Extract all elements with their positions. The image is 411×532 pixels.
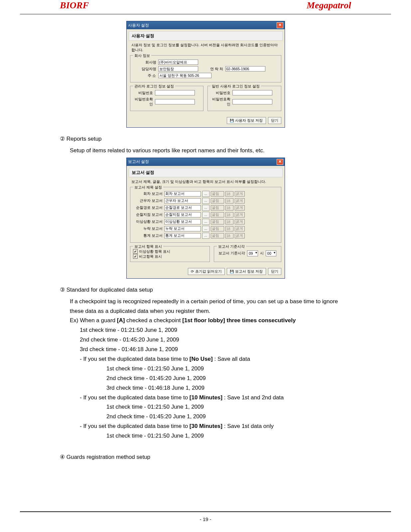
close-button[interactable]: 닫기 <box>268 268 281 275</box>
phone-input[interactable] <box>225 66 265 71</box>
time-group-title: 보고서 기준시각 <box>217 244 246 249</box>
save-user-button[interactable]: 사용자 정보 저장 <box>227 117 266 124</box>
dialog1-subtitle: 사용자 설정 <box>129 31 283 41</box>
weight-input <box>235 233 245 238</box>
report-name-input[interactable] <box>164 226 201 231</box>
report-name-input[interactable] <box>164 219 201 224</box>
admin-group-title: 관리자 로그인 정보 설정 <box>133 84 175 89</box>
browse-icon[interactable]: … <box>202 205 209 211</box>
user-pw-input[interactable] <box>232 90 272 95</box>
dialog2-desc: 보고서 제목, 글꼴, 크기 및 이상상황과 비고 항목의 보고서 표시 여부를… <box>131 179 281 184</box>
report-label: 이상상황 보고서 <box>133 219 163 224</box>
report-row: 순찰경로 보고서… <box>133 205 278 211</box>
report-name-input[interactable] <box>164 233 201 238</box>
hour-select[interactable]: 09 <box>247 250 258 256</box>
report-title-group: 보고서 제목 설정 <box>133 185 163 190</box>
phone-label: 연 락 처 <box>200 66 223 71</box>
company-input[interactable] <box>158 60 198 65</box>
font-input <box>211 219 224 224</box>
font-input <box>211 212 224 217</box>
check-time: 1st check time - 01:21:50 June 1, 2009 <box>106 402 351 412</box>
report-label: 순찰경로 보고서 <box>133 205 163 210</box>
close-button[interactable]: 닫기 <box>268 117 281 124</box>
pw2-label: 비밀번호확인 <box>133 97 153 107</box>
check-time: 1st check time - 01:21:50 June 1, 2009 <box>106 431 351 441</box>
browse-icon[interactable]: … <box>202 219 209 225</box>
weight-input <box>235 219 245 224</box>
size-input <box>225 233 233 238</box>
case-line: - If you set the duplicated data base ti… <box>80 422 351 431</box>
check-icon[interactable]: ✔ <box>133 249 138 254</box>
browse-icon[interactable]: … <box>202 226 209 232</box>
user-group-title: 일반 사용자 로그인 정보 설정 <box>210 84 261 89</box>
report-row: 순찰지점 보고서… <box>133 212 278 218</box>
report-name-input[interactable] <box>164 212 201 217</box>
min-select[interactable]: 00 <box>266 250 276 256</box>
check-time: 2nd check time - 01:45:20 June 1, 2009 <box>106 412 351 422</box>
brand-left: BIORF <box>60 0 89 11</box>
check-time: 2nd check time - 01:45:20 June 1, 2009 <box>106 374 351 383</box>
font-input <box>211 205 224 210</box>
dialog1-title: 사용자 설정 <box>128 23 149 28</box>
footer-rule <box>20 511 391 512</box>
chk1-label: 이상상황 항목 표시 <box>139 249 170 254</box>
browse-icon[interactable]: … <box>202 198 209 204</box>
report-settings-dialog: 보고서 설정 ✕ 보고서 설정 보고서 제목, 글꼴, 크기 및 이상상황과 비… <box>126 158 285 279</box>
company-group-title: 회사 정보 <box>133 53 151 58</box>
dialog2-subtitle: 보고서 설정 <box>129 168 283 177</box>
browse-icon[interactable]: … <box>202 233 209 239</box>
reset-button[interactable]: ⟳초기값 읽어오기 <box>188 268 225 275</box>
section3-p1: If a checkpoint tag is recognized repeat… <box>70 297 351 316</box>
report-label: 회차 보고서 <box>133 191 163 196</box>
manager-label: 담당자명 <box>133 66 156 71</box>
check-time: 1st check time - 01:21:50 June 1, 2009 <box>106 364 351 374</box>
font-input <box>211 198 224 203</box>
report-label: 누락 보고서 <box>133 226 163 231</box>
report-row: 통계 보고서… <box>133 233 278 239</box>
size-input <box>225 205 233 210</box>
page-number: - 19 - <box>0 516 411 522</box>
report-name-input[interactable] <box>164 198 201 203</box>
report-name-input[interactable] <box>164 191 201 197</box>
dialog2-title: 보고서 설정 <box>128 159 149 165</box>
admin-pw-input[interactable] <box>155 90 195 95</box>
case-line: - If you set the duplicated data base ti… <box>80 354 351 364</box>
size-input <box>225 226 233 231</box>
section3-heading: ③ Standard for duplicated data setup <box>60 285 351 295</box>
user-settings-dialog: 사용자 설정 ✕ 사용자 설정 사용자 정보 및 로그인 정보를 설정합니다. … <box>126 21 285 128</box>
report-row: 누락 보고서… <box>133 226 278 232</box>
admin-pw2-input[interactable] <box>155 99 195 104</box>
browse-icon[interactable]: … <box>202 191 209 197</box>
check-icon[interactable]: ✔ <box>133 254 138 259</box>
size-input <box>225 191 233 197</box>
report-name-input[interactable] <box>164 205 201 210</box>
size-input <box>225 198 233 203</box>
addr-label: 주 소 <box>133 73 156 78</box>
close-icon[interactable]: ✕ <box>277 22 283 28</box>
check-time: 2nd check time - 01:45:20 June 1, 2009 <box>80 335 351 345</box>
user-pw2-input[interactable] <box>232 99 272 104</box>
check-time: 3rd check time - 01:46:18 June 1, 2009 <box>80 345 351 354</box>
check-time: 1st check time - 01:21:50 June 1, 2009 <box>80 326 351 335</box>
font-input <box>211 233 224 238</box>
size-input <box>225 212 233 217</box>
report-row: 이상상황 보고서… <box>133 219 278 225</box>
case-line: - If you set the duplicated data base ti… <box>80 393 351 403</box>
save-report-button[interactable]: 보고서 정보 저장 <box>227 268 266 275</box>
weight-input <box>235 212 245 217</box>
report-label: 통계 보고서 <box>133 233 163 238</box>
report-row: 회차 보고서… <box>133 191 278 197</box>
company-label: 회사명 <box>133 60 156 65</box>
browse-icon[interactable]: … <box>202 212 209 218</box>
chk2-label: 비고항목 표시 <box>139 254 162 259</box>
display-group-title: 보고서 항목 표시 <box>133 244 163 249</box>
report-row: 근무자 보고서… <box>133 198 278 204</box>
pw2-label2: 비밀번호확인 <box>210 97 230 107</box>
section2-heading: ② Reports setup <box>60 134 351 144</box>
font-input <box>211 226 224 231</box>
size-input <box>225 219 233 224</box>
weight-input <box>235 198 245 203</box>
close-icon[interactable]: ✕ <box>277 159 283 165</box>
addr-input[interactable] <box>158 73 211 78</box>
manager-input[interactable] <box>158 66 198 71</box>
